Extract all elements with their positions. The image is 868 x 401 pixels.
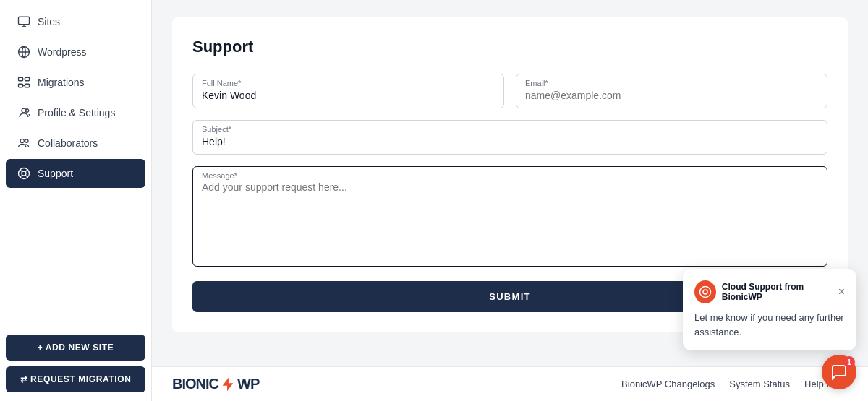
brand-name-text2: WP	[237, 376, 259, 392]
sidebar-item-sites[interactable]: Sites	[6, 7, 145, 36]
message-group: Message*	[192, 166, 827, 267]
svg-rect-4	[19, 77, 23, 81]
sidebar: Sites Wordpress	[0, 0, 152, 401]
footer-link-status[interactable]: System Status	[729, 379, 790, 389]
svg-line-17	[25, 175, 27, 177]
brand-bolt-icon	[220, 376, 236, 392]
chat-title: Cloud Support from BionicWP	[722, 282, 838, 302]
subject-label: Subject*	[202, 125, 818, 134]
svg-rect-7	[25, 84, 30, 87]
svg-line-18	[25, 170, 27, 172]
brand-logo: BIONIC WP	[172, 376, 259, 392]
sidebar-item-collaborators[interactable]: Collaborators	[6, 129, 145, 158]
footer: BIONIC WP BionicWP Changelogs System Sta…	[152, 366, 868, 401]
chat-logo-icon	[694, 280, 716, 303]
svg-point-15	[22, 171, 26, 176]
svg-marker-20	[223, 377, 234, 390]
footer-links: BionicWP Changelogs System Status Help D…	[621, 379, 848, 389]
svg-rect-5	[25, 77, 30, 81]
svg-line-16	[20, 170, 22, 172]
sidebar-item-migrations[interactable]: Migrations	[6, 68, 145, 97]
sidebar-item-wordpress[interactable]: Wordpress	[6, 38, 145, 66]
sidebar-item-profile[interactable]: Profile & Settings	[6, 98, 145, 127]
chat-badge: 1	[843, 356, 855, 368]
chat-close-button[interactable]: ×	[838, 286, 845, 298]
chat-header: Cloud Support from BionicWP ×	[694, 280, 845, 303]
svg-point-13	[25, 139, 29, 143]
brand-name-text: BIONIC	[172, 376, 218, 392]
page-title: Support	[192, 38, 827, 56]
full-name-group: Full Name*	[192, 74, 504, 108]
sidebar-item-support[interactable]: Support	[6, 159, 145, 188]
chat-message: Let me know if you need any further assi…	[694, 311, 845, 339]
sidebar-item-wordpress-label: Wordpress	[38, 46, 86, 58]
subject-row: Subject*	[192, 120, 827, 155]
message-label: Message*	[202, 171, 818, 180]
profile-icon	[17, 106, 30, 119]
support-icon	[17, 167, 30, 180]
svg-rect-0	[19, 17, 30, 25]
wordpress-icon	[17, 46, 30, 59]
svg-point-21	[699, 287, 710, 298]
sidebar-bottom: + ADD NEW SITE ⇄ REQUEST MIGRATION	[0, 326, 151, 401]
sidebar-item-collaborators-label: Collaborators	[38, 137, 98, 149]
subject-input[interactable]	[202, 136, 818, 147]
email-label: Email*	[525, 79, 818, 87]
sidebar-item-support-label: Support	[38, 168, 73, 179]
name-email-row: Full Name* Email*	[192, 74, 827, 108]
collaborators-icon	[17, 137, 30, 150]
add-new-site-button[interactable]: + ADD NEW SITE	[6, 335, 145, 361]
email-input[interactable]	[525, 90, 818, 101]
svg-rect-6	[19, 84, 23, 87]
monitor-icon	[17, 15, 30, 28]
message-input[interactable]	[202, 181, 818, 257]
full-name-input[interactable]	[202, 90, 495, 101]
subject-group: Subject*	[192, 120, 827, 155]
svg-point-22	[703, 290, 707, 294]
request-migration-button[interactable]: ⇄ REQUEST MIGRATION	[6, 366, 145, 392]
full-name-label: Full Name*	[202, 79, 495, 87]
footer-link-changelogs[interactable]: BionicWP Changelogs	[621, 379, 715, 389]
svg-line-19	[20, 175, 22, 177]
migrations-icon	[17, 76, 30, 89]
chat-fab-button[interactable]: 1	[822, 355, 856, 389]
sidebar-item-profile-label: Profile & Settings	[38, 107, 115, 118]
sidebar-item-sites-label: Sites	[38, 16, 60, 27]
sidebar-item-migrations-label: Migrations	[38, 77, 85, 88]
email-group: Email*	[516, 74, 827, 108]
chat-logo: Cloud Support from BionicWP	[694, 280, 838, 303]
sidebar-nav: Sites Wordpress	[0, 0, 151, 326]
svg-point-11	[25, 109, 29, 113]
svg-point-12	[20, 139, 24, 142]
chat-widget: Cloud Support from BionicWP × Let me kno…	[683, 269, 856, 350]
